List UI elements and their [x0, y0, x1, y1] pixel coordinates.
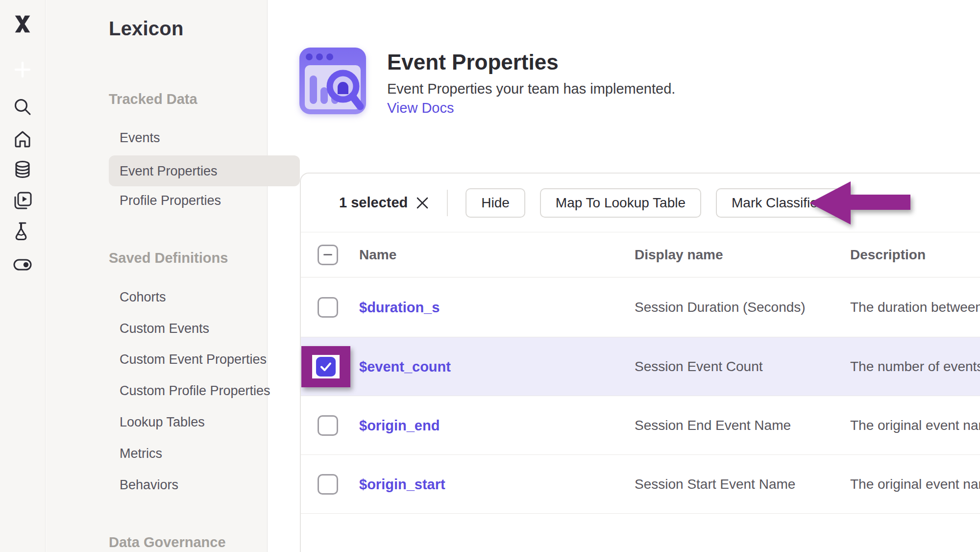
property-name-link[interactable]: $origin_end: [359, 417, 440, 433]
row-checkbox[interactable]: [318, 474, 338, 495]
mixpanel-logo-icon[interactable]: [10, 13, 35, 37]
property-display-name: Session Start Event Name: [635, 477, 795, 492]
sidebar-item-profile-properties[interactable]: Profile Properties: [120, 191, 221, 210]
event-properties-illustration-icon: [298, 45, 368, 117]
data-nav-button-active[interactable]: [7, 154, 38, 185]
property-display-name: Session Duration (Seconds): [635, 300, 806, 315]
sidebar-item-events[interactable]: Events: [120, 128, 160, 148]
section-tracked-data: Tracked Data: [109, 91, 197, 107]
lexicon-sidebar: Lexicon Tracked Data Events Event Proper…: [46, 0, 268, 552]
row-checkbox[interactable]: [318, 415, 338, 436]
column-header-display-name[interactable]: Display name: [635, 247, 723, 263]
table-row-selected: $event_count Session Event Count The num…: [301, 337, 980, 396]
feature-flags-nav-button[interactable]: [12, 254, 33, 276]
search-icon: [13, 97, 32, 117]
checkmark-icon: [319, 360, 332, 373]
view-docs-link[interactable]: View Docs: [387, 100, 454, 116]
clear-selection-button[interactable]: [416, 196, 429, 210]
lexicon-page: Lexicon Tracked Data Events Event Proper…: [0, 0, 980, 552]
search-nav-button[interactable]: [12, 96, 33, 118]
sidebar-title: Lexicon: [109, 18, 184, 40]
plus-icon: [13, 60, 32, 79]
boards-nav-button[interactable]: [12, 190, 33, 212]
row-checkbox[interactable]: [318, 297, 338, 318]
create-button[interactable]: [7, 54, 38, 85]
page-heading: Event Properties: [387, 50, 559, 75]
section-data-governance: Data Governance: [109, 534, 226, 551]
indeterminate-dash-icon: [323, 254, 332, 255]
row-checkbox-checked[interactable]: [316, 357, 336, 376]
property-name-link[interactable]: $event_count: [359, 358, 451, 375]
table-header-row: Name Display name Description: [301, 232, 980, 277]
home-nav-button[interactable]: [12, 128, 33, 150]
hide-button[interactable]: Hide: [466, 188, 525, 218]
property-description: The number of events: [850, 359, 980, 375]
property-display-name: Session Event Count: [635, 359, 763, 375]
select-all-checkbox-indeterminate[interactable]: [318, 245, 338, 265]
nav-rail: [0, 0, 46, 552]
event-properties-card: 1 selected Hide Map To Lookup Table Mark…: [300, 173, 980, 552]
toggle-icon: [12, 254, 33, 275]
property-name-link[interactable]: $duration_s: [359, 299, 440, 315]
column-header-name[interactable]: Name: [359, 247, 396, 263]
close-icon: [416, 196, 429, 210]
boards-icon: [12, 191, 33, 211]
map-to-lookup-table-button[interactable]: Map To Lookup Table: [540, 188, 701, 218]
table-row: $origin_start Session Start Event Name T…: [301, 455, 980, 514]
annotation-arrow-icon: [808, 179, 912, 228]
sidebar-item-metrics[interactable]: Metrics: [120, 444, 162, 463]
sidebar-item-custom-profile-properties[interactable]: Custom Profile Properties: [120, 381, 270, 401]
table-row: $origin_end Session End Event Name The o…: [301, 396, 980, 455]
flask-icon: [12, 221, 33, 242]
column-header-description[interactable]: Description: [850, 247, 980, 263]
experiments-nav-button[interactable]: [12, 221, 33, 242]
sidebar-item-cohorts[interactable]: Cohorts: [120, 287, 166, 307]
table-row: $duration_s Session Duration (Seconds) T…: [301, 277, 980, 337]
selection-count: 1 selected: [339, 195, 408, 211]
database-icon: [12, 159, 33, 180]
toolbar-divider: [447, 190, 448, 216]
home-icon: [13, 129, 32, 149]
property-display-name: Session End Event Name: [635, 418, 791, 433]
property-description: The original event nam: [850, 477, 980, 492]
sidebar-item-behaviors[interactable]: Behaviors: [120, 475, 178, 495]
sidebar-item-event-properties[interactable]: Event Properties: [120, 161, 218, 181]
mixpanel-logo-glyph: [11, 14, 34, 36]
property-name-link[interactable]: $origin_start: [359, 476, 445, 492]
annotation-highlight-box: [301, 346, 350, 387]
section-saved-definitions: Saved Definitions: [109, 250, 228, 266]
property-description: The original event nam: [850, 418, 980, 433]
sidebar-item-lookup-tables[interactable]: Lookup Tables: [120, 412, 205, 432]
sidebar-item-custom-event-properties[interactable]: Custom Event Properties: [120, 350, 267, 369]
page-subtitle: Event Properties your team has implement…: [387, 81, 675, 97]
property-description: The duration between: [850, 300, 980, 315]
sidebar-item-custom-events[interactable]: Custom Events: [120, 319, 209, 338]
